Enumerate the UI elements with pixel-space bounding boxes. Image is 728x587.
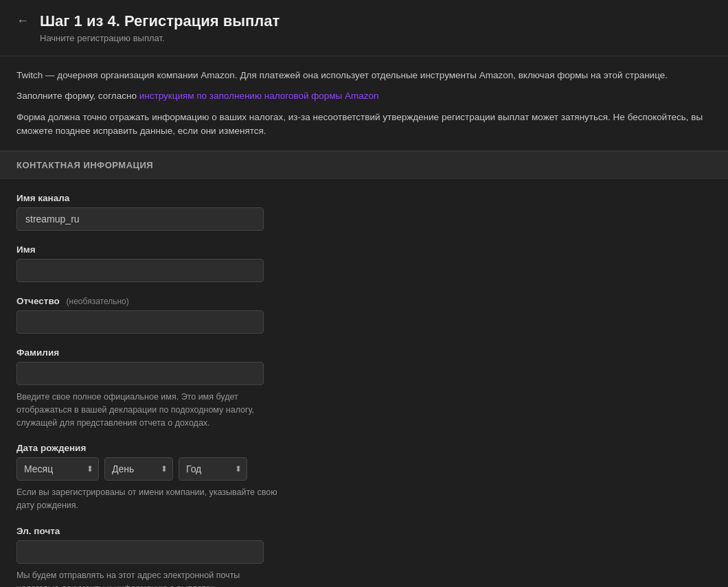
day-select-wrapper: День 123 456 789 101112 131415 161718 19… xyxy=(104,457,173,481)
page-header: ← Шаг 1 из 4. Регистрация выплат Начните… xyxy=(0,0,728,56)
year-select[interactable]: Год 20052000 19951990 19851980 19751970 xyxy=(179,457,247,481)
tax-form-link[interactable]: инструкциям по заполнению налоговой форм… xyxy=(139,91,379,101)
form-container: Имя канала Имя Отчество (необязательно) … xyxy=(0,179,728,587)
name-hint: Введите свое полное официальное имя. Это… xyxy=(16,391,277,429)
info-line1: Twitch — дочерняя организация компании A… xyxy=(16,69,712,82)
channel-name-input[interactable] xyxy=(16,207,264,231)
first-name-input[interactable] xyxy=(16,259,264,282)
dob-label: Дата рождения xyxy=(16,443,712,453)
email-hint: Мы будем отправлять на этот адрес электр… xyxy=(16,569,277,587)
back-button[interactable]: ← xyxy=(16,14,29,28)
year-select-wrapper: Год 20052000 19951990 19851980 19751970 … xyxy=(179,457,247,481)
first-name-group: Имя xyxy=(16,244,712,282)
info-line2: Заполните форму, согласно инструкциям по… xyxy=(16,89,712,103)
day-select[interactable]: День 123 456 789 101112 131415 161718 19… xyxy=(104,457,173,481)
page-title: Шаг 1 из 4. Регистрация выплат xyxy=(40,12,280,30)
page-subtitle: Начните регистрацию выплат. xyxy=(40,33,280,43)
middle-name-label: Отчество (необязательно) xyxy=(16,296,712,306)
dob-group: Дата рождения Месяц Январь Февраль Март … xyxy=(16,443,712,512)
month-select[interactable]: Месяц Январь Февраль Март Апрель Май Июн… xyxy=(16,457,99,481)
dob-row: Месяц Январь Февраль Март Апрель Май Июн… xyxy=(16,457,712,481)
last-name-group: Фамилия Введите свое полное официальное … xyxy=(16,347,712,429)
middle-name-group: Отчество (необязательно) xyxy=(16,296,712,334)
month-select-wrapper: Месяц Январь Февраль Март Апрель Май Июн… xyxy=(16,457,99,481)
channel-name-label: Имя канала xyxy=(16,193,712,203)
first-name-label: Имя xyxy=(16,244,712,255)
last-name-label: Фамилия xyxy=(16,347,712,358)
last-name-input[interactable] xyxy=(16,362,264,385)
optional-tag: (необязательно) xyxy=(67,297,129,306)
info-block: Twitch — дочерняя организация компании A… xyxy=(0,56,728,151)
email-label: Эл. почта xyxy=(16,526,712,536)
info-line3: Форма должна точно отражать информацию о… xyxy=(16,111,712,139)
dob-hint: Если вы зарегистрированы от имени компан… xyxy=(16,486,277,512)
email-input[interactable] xyxy=(16,540,264,564)
section-header: КОНТАКТНАЯ ИНФОРМАЦИЯ xyxy=(0,151,728,179)
email-group: Эл. почта Мы будем отправлять на этот ад… xyxy=(16,526,712,587)
middle-name-input[interactable] xyxy=(16,310,264,334)
channel-name-group: Имя канала xyxy=(16,193,712,231)
